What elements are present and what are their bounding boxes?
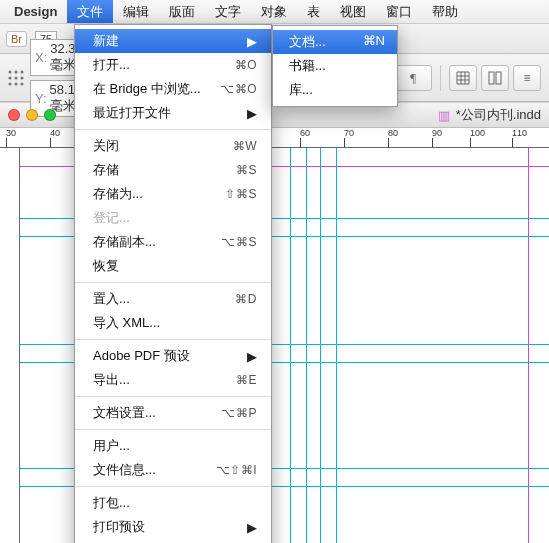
svg-point-2 — [21, 70, 24, 73]
menu-label: 导入 XML... — [93, 314, 160, 332]
shortcut: ⌥⌘S — [221, 235, 257, 249]
menu-layout[interactable]: 版面 — [159, 0, 205, 23]
submenu-arrow-icon: ▶ — [247, 520, 257, 535]
menu-separator — [75, 396, 271, 397]
grid-icon[interactable] — [449, 65, 477, 91]
menu-label: 打印预设 — [93, 518, 145, 536]
column-guide — [320, 148, 321, 543]
shortcut: ⌘N — [363, 33, 385, 51]
ruler-tick: 110 — [512, 128, 527, 138]
menu-item-save-copy[interactable]: 存储副本... ⌥⌘S — [75, 230, 271, 254]
column-guide — [306, 148, 307, 543]
shortcut: ⇧⌘S — [225, 187, 257, 201]
close-window-icon[interactable] — [8, 109, 20, 121]
ruler-tick: 80 — [388, 128, 398, 138]
menu-help[interactable]: 帮助 — [422, 0, 468, 23]
svg-point-7 — [15, 82, 18, 85]
menu-type[interactable]: 文字 — [205, 0, 251, 23]
svg-point-4 — [15, 76, 18, 79]
menu-separator — [75, 486, 271, 487]
document-title: *公司内刊.indd — [456, 106, 541, 124]
svg-point-5 — [21, 76, 24, 79]
menu-item-print-preset[interactable]: 打印预设 ▶ — [75, 515, 271, 539]
menu-item-file-info[interactable]: 文件信息... ⌥⇧⌘I — [75, 458, 271, 482]
shortcut: ⌘W — [233, 139, 257, 153]
menu-item-import-xml[interactable]: 导入 XML... — [75, 311, 271, 335]
column-guide — [290, 148, 291, 543]
submenu-item-library[interactable]: 库... — [273, 78, 397, 102]
menu-item-close[interactable]: 关闭 ⌘W — [75, 134, 271, 158]
document-tab[interactable]: ▥ *公司内刊.indd — [438, 106, 541, 124]
shortcut: ⌘O — [235, 58, 257, 72]
menu-item-recent[interactable]: 最近打开文件 ▶ — [75, 101, 271, 125]
menu-separator — [75, 129, 271, 130]
menu-item-place[interactable]: 置入... ⌘D — [75, 287, 271, 311]
menu-item-pdf-preset[interactable]: Adobe PDF 预设 ▶ — [75, 344, 271, 368]
shortcut: ⌥⌘O — [220, 82, 257, 96]
ruler-tick: 100 — [470, 128, 485, 138]
bridge-button[interactable]: Br — [6, 31, 27, 47]
paragraph-style-icon[interactable]: ¶ — [394, 65, 432, 91]
file-menu-dropdown: 新建 ▶ 打开... ⌘O 在 Bridge 中浏览... ⌥⌘O 最近打开文件… — [74, 24, 272, 543]
menu-label: 书籍... — [289, 57, 326, 75]
menu-label: 登记... — [93, 209, 130, 227]
ruler-tick: 30 — [6, 128, 16, 138]
menu-item-export[interactable]: 导出... ⌘E — [75, 368, 271, 392]
svg-rect-14 — [496, 72, 501, 84]
menu-item-revert[interactable]: 恢复 — [75, 254, 271, 278]
menu-item-open[interactable]: 打开... ⌘O — [75, 53, 271, 77]
menu-label: 文件信息... — [93, 461, 156, 479]
reference-point-icon[interactable] — [8, 70, 24, 86]
menu-view[interactable]: 视图 — [330, 0, 376, 23]
minimize-window-icon[interactable] — [26, 109, 38, 121]
menu-label: 用户... — [93, 437, 130, 455]
submenu-arrow-icon: ▶ — [247, 34, 257, 49]
svg-point-3 — [9, 76, 12, 79]
new-submenu: 文档... ⌘N 书籍... 库... — [272, 25, 398, 107]
svg-point-8 — [21, 82, 24, 85]
menu-item-save[interactable]: 存储 ⌘S — [75, 158, 271, 182]
menu-object[interactable]: 对象 — [251, 0, 297, 23]
zoom-window-icon[interactable] — [44, 109, 56, 121]
menu-label: 恢复 — [93, 257, 119, 275]
menu-label: 新建 — [93, 32, 119, 50]
submenu-arrow-icon: ▶ — [247, 106, 257, 121]
menu-label: 置入... — [93, 290, 130, 308]
separator — [440, 65, 441, 91]
svg-point-6 — [9, 82, 12, 85]
menu-label: 打开... — [93, 56, 130, 74]
ruler-vertical[interactable] — [0, 148, 20, 543]
panel-menu-icon[interactable]: ≡ — [513, 65, 541, 91]
menu-item-browse-bridge[interactable]: 在 Bridge 中浏览... ⌥⌘O — [75, 77, 271, 101]
submenu-item-document[interactable]: 文档... ⌘N — [273, 30, 397, 54]
menu-item-new[interactable]: 新建 ▶ — [75, 29, 271, 53]
column-guide — [336, 148, 337, 543]
menu-label: 文档设置... — [93, 404, 156, 422]
menu-edit[interactable]: 编辑 — [113, 0, 159, 23]
menu-item-package[interactable]: 打包... — [75, 491, 271, 515]
submenu-item-book[interactable]: 书籍... — [273, 54, 397, 78]
menu-item-save-as[interactable]: 存储为... ⇧⌘S — [75, 182, 271, 206]
svg-rect-13 — [489, 72, 494, 84]
menu-file[interactable]: 文件 — [67, 0, 113, 23]
menu-label: 打包... — [93, 494, 130, 512]
columns-icon[interactable] — [481, 65, 509, 91]
ruler-tick: 70 — [344, 128, 354, 138]
menu-separator — [75, 429, 271, 430]
shortcut: ⌥⌘P — [221, 406, 257, 420]
menu-item-doc-setup[interactable]: 文档设置... ⌥⌘P — [75, 401, 271, 425]
menu-label: 最近打开文件 — [93, 104, 171, 122]
menu-table[interactable]: 表 — [297, 0, 330, 23]
menu-separator — [75, 282, 271, 283]
ruler-tick: 90 — [432, 128, 442, 138]
menu-item-user[interactable]: 用户... — [75, 434, 271, 458]
menu-item-print[interactable]: 打印... ⌘P — [75, 539, 271, 543]
shortcut: ⌘S — [236, 163, 257, 177]
menu-label: 导出... — [93, 371, 130, 389]
menu-item-checkin: 登记... — [75, 206, 271, 230]
shortcut: ⌘E — [236, 373, 257, 387]
menu-window[interactable]: 窗口 — [376, 0, 422, 23]
menu-label: 存储 — [93, 161, 119, 179]
menu-label: 文档... — [289, 33, 326, 51]
menu-bar: Design 文件 编辑 版面 文字 对象 表 视图 窗口 帮助 — [0, 0, 549, 24]
